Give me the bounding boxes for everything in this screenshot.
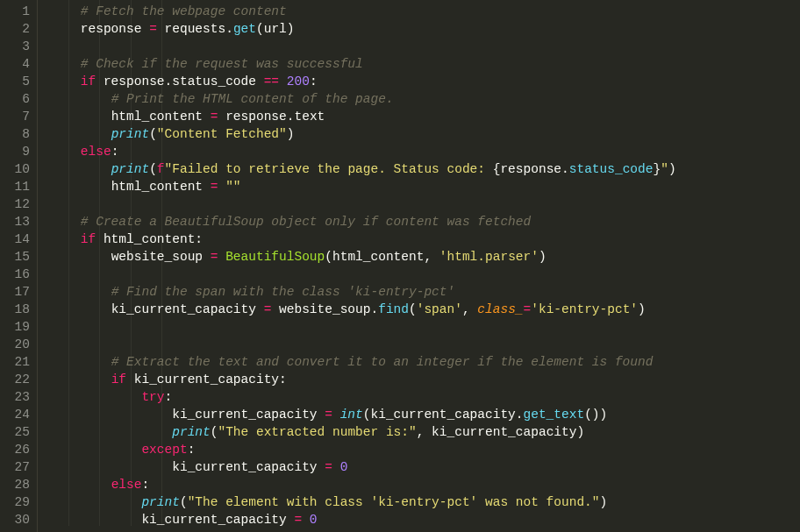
line-number: 11: [0, 178, 30, 195]
token: [218, 180, 225, 194]
code-line[interactable]: [50, 195, 676, 213]
token: :: [279, 372, 287, 387]
code-line[interactable]: [50, 318, 676, 336]
line-number: 29: [0, 493, 30, 511]
token: website_soup: [271, 302, 370, 316]
code-line[interactable]: [50, 266, 676, 283]
token: (: [180, 495, 188, 509]
code-line[interactable]: ki_current_capacity = website_soup.find(…: [50, 301, 676, 318]
token: ): [287, 127, 295, 141]
token: ): [287, 22, 295, 36]
token: print: [172, 425, 211, 439]
token: html_content: [332, 250, 424, 264]
code-line[interactable]: html_content = "": [50, 178, 676, 195]
token: 200: [287, 74, 310, 89]
token: "Content Fetched": [157, 127, 287, 141]
code-line[interactable]: print("Content Fetched"): [50, 125, 676, 143]
token: [50, 92, 111, 106]
token: =: [325, 408, 332, 422]
token: [50, 460, 172, 474]
code-line[interactable]: if response.status_code == 200:: [50, 73, 676, 90]
code-line[interactable]: # Extract the text and convert it to an …: [50, 353, 676, 371]
line-number: 26: [0, 441, 30, 458]
line-number: 4: [0, 55, 30, 73]
token: response: [500, 162, 561, 176]
code-line[interactable]: print(f"Failed to retrieve the page. Sta…: [50, 160, 676, 178]
line-number: 10: [0, 160, 30, 178]
code-line[interactable]: [50, 38, 676, 55]
line-number: 20: [0, 336, 30, 353]
code-line[interactable]: [50, 336, 676, 353]
code-line[interactable]: except:: [50, 441, 676, 458]
token: , ki_current_capacity: [417, 425, 577, 439]
token: BeautifulSoup: [225, 250, 325, 264]
token: ): [576, 425, 584, 439]
token: ,: [424, 250, 439, 264]
code-line[interactable]: response = requests.get(url): [50, 20, 676, 38]
code-line[interactable]: ki_current_capacity = 0: [50, 458, 676, 476]
code-area[interactable]: # Fetch the webpage content response = r…: [38, 0, 676, 532]
line-number: 23: [0, 388, 30, 406]
token: "": [225, 180, 240, 194]
token: print: [111, 127, 150, 141]
token: 0: [340, 460, 348, 474]
code-line[interactable]: else:: [50, 143, 676, 160]
line-number: 28: [0, 476, 30, 493]
token: .: [370, 302, 378, 316]
token: # Find the span with the class 'ki-entry…: [111, 285, 455, 299]
code-line[interactable]: print("The element with class 'ki-entry-…: [50, 493, 676, 511]
code-line[interactable]: if ki_current_capacity:: [50, 371, 676, 388]
token: [50, 408, 172, 422]
token: website_soup: [111, 250, 211, 264]
token: [279, 74, 287, 89]
token: 'html.parser': [439, 250, 539, 264]
line-number-gutter: 1234567891011121314151617181920212223242…: [0, 0, 38, 532]
code-line[interactable]: # Find the span with the class 'ki-entry…: [50, 283, 676, 301]
line-number: 5: [0, 73, 30, 90]
token: else: [81, 145, 111, 159]
code-line[interactable]: print("The extracted number is:", ki_cur…: [50, 423, 676, 441]
token: (: [409, 302, 417, 316]
token: # Create a BeautifulSoup object only if …: [81, 215, 531, 229]
token: }: [653, 162, 661, 176]
line-number: 6: [0, 90, 30, 108]
code-line[interactable]: # Print the HTML content of the page.: [50, 90, 676, 108]
token: status_code: [172, 74, 263, 89]
token: ki_current_capacity: [111, 302, 264, 316]
code-line[interactable]: if html_content:: [50, 231, 676, 248]
token: (: [325, 250, 332, 264]
token: :: [111, 145, 119, 159]
token: ): [600, 495, 608, 509]
line-number: 22: [0, 371, 30, 388]
code-line[interactable]: try:: [50, 388, 676, 406]
token: [50, 232, 81, 246]
token: else: [111, 478, 142, 492]
token: [50, 302, 111, 316]
token: [50, 355, 111, 369]
token: ": [661, 162, 668, 176]
code-line[interactable]: # Create a BeautifulSoup object only if …: [50, 213, 676, 231]
code-line[interactable]: ki_current_capacity = int(ki_current_cap…: [50, 406, 676, 423]
token: try: [141, 390, 164, 404]
code-line[interactable]: # Check if the request was successful: [50, 55, 676, 73]
token: ): [668, 162, 676, 176]
token: ,: [462, 302, 477, 316]
code-line[interactable]: ki_current_capacity = 0: [50, 511, 676, 528]
code-line[interactable]: html_content = response.text: [50, 108, 676, 125]
token: ): [592, 408, 600, 422]
token: [50, 495, 141, 509]
token: [50, 285, 111, 299]
token: response: [81, 22, 149, 36]
token: (: [149, 127, 157, 141]
token: response: [218, 110, 286, 124]
code-line[interactable]: else:: [50, 476, 676, 493]
token: :: [195, 232, 203, 246]
token: class_: [477, 302, 523, 316]
code-line[interactable]: # Fetch the webpage content: [50, 3, 676, 20]
token: [50, 478, 111, 492]
token: f: [157, 162, 165, 176]
token: [50, 180, 111, 194]
code-line[interactable]: website_soup = BeautifulSoup(html_conten…: [50, 248, 676, 266]
code-editor[interactable]: 1234567891011121314151617181920212223242…: [0, 0, 800, 532]
token: .: [516, 408, 524, 422]
